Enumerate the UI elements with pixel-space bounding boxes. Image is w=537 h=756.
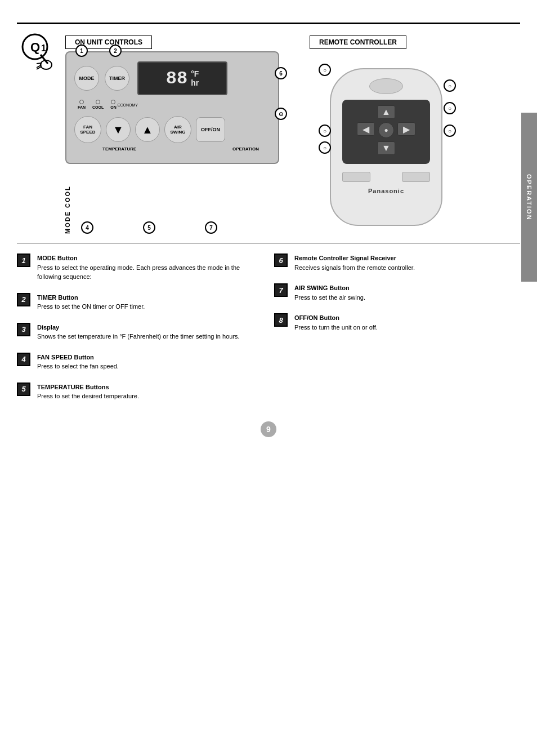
section-content-7: AIR SWING Button Press to set the air sw… <box>294 283 520 302</box>
callout-operation: ⊙ <box>275 108 287 120</box>
remote-callout-E: ○ <box>444 124 456 137</box>
fan-label: FAN <box>78 105 86 109</box>
divider <box>17 243 520 243</box>
section-label-remote: REMOTE CONTROLLER <box>310 35 406 49</box>
section-badge-4: 4 <box>17 353 30 366</box>
section-badge-3: 3 <box>17 323 30 336</box>
page-number: 9 <box>261 421 276 437</box>
section-4: 4 FAN SPEED Button Press to select the f… <box>17 350 263 373</box>
top-border <box>17 23 520 24</box>
panel-top-section: MODE TIMER 88 °F hr <box>74 61 270 95</box>
callout-2: 2 <box>109 45 122 57</box>
section-2: 2 TIMER Button Press to set the ON timer… <box>17 291 263 314</box>
remote-center-btn[interactable]: ● <box>378 122 394 138</box>
control-panel: MODE TIMER 88 °F hr <box>65 51 279 164</box>
section-8: 8 OFF/ON Button Press to turn the unit o… <box>274 311 520 334</box>
display-digits: 88 <box>166 68 187 89</box>
section-badge-8: 8 <box>274 313 288 327</box>
brand-label: Panasonic <box>337 188 436 194</box>
section-content-8: OFF/ON Button Press to turn the unit on … <box>294 313 520 332</box>
diagrams-area: 1 2 6 ⊙ 4 5 7 MODE <box>65 51 520 226</box>
section-text-4: Press to select the fan speed. <box>37 362 263 371</box>
section-text-2: Press to set the ON timer or OFF timer. <box>37 302 263 312</box>
right-column: 6 Remote Controller Signal Receiver Rece… <box>274 251 520 410</box>
operation-label: OPERATION <box>232 146 259 152</box>
timer-button[interactable]: TIMER <box>105 66 129 91</box>
mode-cool-text: MODE COOL <box>64 155 75 234</box>
fan-dot <box>79 100 84 104</box>
remote-callout-F: ○ <box>319 141 331 154</box>
indicators-row: FAN COOL ON ECONOMY <box>78 100 270 109</box>
remote-row-2: ◀ ● ▶ <box>348 122 424 138</box>
callout-5: 5 <box>143 221 155 234</box>
fan-speed-line2: SPEED <box>80 130 95 135</box>
display-area: 88 °F hr <box>137 61 227 95</box>
cool-indicator: COOL <box>92 100 104 109</box>
section-content-1: MODE Button Press to select the operatin… <box>37 254 263 282</box>
section-text-5: Press to set the desired temperature. <box>37 392 263 401</box>
section-text-6: Receives signals from the remote control… <box>294 263 520 273</box>
on-label: ON <box>110 105 117 109</box>
remote-small-btn-1[interactable] <box>342 172 370 182</box>
callout-6: 6 <box>275 67 287 79</box>
svg-text:1: 1 <box>41 43 46 53</box>
callout-7: 7 <box>205 221 217 234</box>
section-text-1: Press to select the operating mode. Each… <box>37 263 263 282</box>
remote-small-btn-2[interactable] <box>402 172 430 182</box>
section-title-7: AIR SWING Button <box>294 283 520 293</box>
air-swing-line1: AIR <box>174 124 182 130</box>
time-unit: hr <box>191 78 199 87</box>
panel-bottom-section: FAN SPEED ▼ ▲ AIR SWING OFF/ON <box>74 116 270 143</box>
remote-down-btn[interactable]: ▼ <box>377 141 395 155</box>
section-title-5: TEMPERATURE Buttons <box>37 383 263 392</box>
section-badge-1: 1 <box>17 254 30 267</box>
section-title-8: OFF/ON Button <box>294 313 520 323</box>
remote-lower-btns <box>337 172 436 182</box>
svg-text:Q: Q <box>30 40 40 54</box>
section-title-1: MODE Button <box>37 254 263 263</box>
section-text-8: Press to turn the unit on or off. <box>294 323 520 332</box>
section-7: 7 AIR SWING Button Press to set the air … <box>274 281 520 304</box>
section-title-3: Display <box>37 323 263 332</box>
fan-speed-button[interactable]: FAN SPEED <box>74 116 101 143</box>
off-on-button[interactable]: OFF/ON <box>196 117 225 142</box>
section-badge-7: 7 <box>274 283 288 297</box>
panel-labels-row: TEMPERATURE OPERATION <box>74 146 270 152</box>
temperature-label: TEMPERATURE <box>102 146 136 152</box>
display-unit: °F hr <box>191 69 199 87</box>
left-column: 1 MODE Button Press to select the operat… <box>17 251 263 410</box>
remote-top-oval <box>369 78 403 94</box>
section-content-3: Display Shows the set temperature in °F … <box>37 323 263 341</box>
remote-section: ○ ○ ○ ○ ○ ○ ▲ <box>330 68 442 226</box>
section-3: 3 Display Shows the set temperature in °… <box>17 321 263 344</box>
section-content-2: TIMER Button Press to set the ON timer o… <box>37 293 263 312</box>
section-badge-5: 5 <box>17 383 30 396</box>
callout-4: 4 <box>81 221 93 234</box>
remote-button-panel: ▲ ◀ ● ▶ ▼ <box>342 100 430 164</box>
svg-line-5 <box>37 63 42 64</box>
page-container: Q 1 ON UNIT CONTROLS REMOTE CONTROLLER <box>0 0 537 756</box>
remote-right-btn[interactable]: ▶ <box>397 122 415 136</box>
section-badge-2: 2 <box>17 293 30 306</box>
on-dot <box>111 100 115 104</box>
temp-up-button[interactable]: ▲ <box>135 117 160 142</box>
section-title-6: Remote Controller Signal Receiver <box>294 254 520 263</box>
remote-left-btn[interactable]: ◀ <box>357 122 375 136</box>
temp-unit: °F <box>191 69 199 78</box>
content-main: 1 MODE Button Press to select the operat… <box>17 251 520 410</box>
remote-callout-C: ○ <box>444 102 456 114</box>
air-swing-line2: SWING <box>170 130 185 135</box>
section-text-7: Press to set the air swing. <box>294 293 520 303</box>
remote-up-btn[interactable]: ▲ <box>377 105 395 119</box>
section-5: 5 TEMPERATURE Buttons Press to set the d… <box>17 380 263 403</box>
cool-label: COOL <box>92 105 104 109</box>
air-swing-button[interactable]: AIR SWING <box>164 116 191 143</box>
on-indicator: ON <box>110 100 117 109</box>
section-text-3: Shows the set temperature in °F (Fahrenh… <box>37 332 263 341</box>
section-title-4: FAN SPEED Button <box>37 353 263 362</box>
remote-callout-B: ○ <box>444 79 456 92</box>
temp-down-button[interactable]: ▼ <box>106 117 131 142</box>
remote-row-3: ▼ <box>348 141 424 155</box>
mode-button[interactable]: MODE <box>74 66 99 91</box>
remote-row-1: ▲ <box>348 105 424 119</box>
